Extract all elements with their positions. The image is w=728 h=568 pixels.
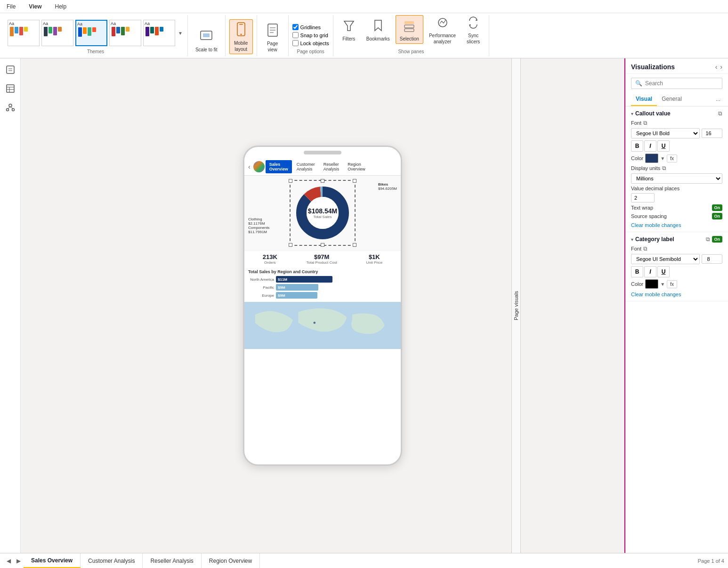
callout-color-swatch[interactable]	[645, 154, 658, 163]
callout-font-size[interactable]	[702, 129, 722, 138]
gridlines-check[interactable]: Gridlines	[292, 24, 329, 30]
tab-visual[interactable]: Visual	[631, 93, 657, 106]
search-input[interactable]	[645, 80, 718, 87]
bottom-tab-reseller[interactable]: Reseller Analysis	[143, 553, 201, 568]
phone-tab-reseller[interactable]: ResellerAnalysis	[320, 160, 343, 173]
display-units-container: Display units ⧉ Millions Thousands Billi…	[631, 165, 722, 184]
mobile-notch	[304, 151, 341, 154]
mobile-label: Mobile	[234, 41, 248, 46]
category-font-row: Segoe UI Semibold Segoe UI Segoe UI Bold	[631, 254, 722, 264]
svg-point-31	[314, 322, 316, 324]
snap-check[interactable]: Snap to grid	[292, 32, 329, 38]
back-icon[interactable]: ‹	[715, 63, 718, 71]
next-page-btn[interactable]: ▶	[14, 556, 24, 566]
mobile-btn[interactable]: Mobile layout	[229, 19, 253, 54]
theme-swatch-1[interactable]: Aa	[8, 20, 40, 46]
donut-container: $108.54M Total Sales Bikes $94.6205M Clo…	[248, 178, 397, 248]
text-wrap-toggle[interactable]: On	[712, 204, 723, 211]
display-copy-icon[interactable]: ⧉	[662, 165, 666, 171]
sidebar-icon-report[interactable]	[3, 62, 18, 77]
show-panes-label: Show panes	[398, 49, 424, 54]
display-units-select[interactable]: Millions Thousands Billions Auto	[631, 173, 722, 184]
theme-swatch-4[interactable]: Aa	[109, 20, 141, 46]
menu-view[interactable]: View	[26, 1, 44, 12]
filters-btn[interactable]: Filters	[337, 16, 361, 43]
themes-more-btn[interactable]: ▼	[177, 31, 184, 36]
callout-underline-btn[interactable]: U	[657, 140, 670, 152]
source-spacing-toggle[interactable]: On	[712, 213, 723, 219]
tab-general[interactable]: General	[657, 93, 687, 106]
menu-file[interactable]: File	[4, 1, 18, 12]
sidebar-icon-model[interactable]	[3, 100, 18, 115]
phone-tab-sales[interactable]: SalesOverview	[266, 160, 292, 173]
menu-bar: File View Help	[0, 0, 728, 13]
themes-group: Aa Aa Aa	[4, 15, 188, 56]
category-label-toggle[interactable]: On	[712, 236, 723, 243]
category-color-dropdown[interactable]: ▼	[660, 282, 665, 287]
callout-bold-btn[interactable]: B	[631, 140, 643, 152]
category-italic-btn[interactable]: I	[644, 266, 656, 277]
svg-rect-10	[404, 21, 414, 24]
font-copy-icon[interactable]: ⧉	[643, 120, 647, 126]
stat-orders-label: Orders	[263, 260, 277, 265]
page-visuals-tab[interactable]: Page visuals	[511, 58, 521, 553]
theme-swatch-2[interactable]: Aa	[41, 20, 73, 46]
category-color-swatch[interactable]	[645, 279, 658, 289]
category-font-select[interactable]: Segoe UI Semibold Segoe UI Segoe UI Bold	[631, 254, 700, 264]
forward-icon[interactable]: ›	[720, 63, 722, 71]
callout-color-dropdown[interactable]: ▼	[660, 156, 665, 161]
copy-format-icon[interactable]: ⧉	[718, 110, 722, 117]
theme-swatch-5[interactable]: Aa	[143, 20, 175, 46]
callout-value-section: ▾ Callout value ⧉ Font ⧉ Segoe UI Bold S…	[625, 106, 728, 232]
performance-btn[interactable]: Performance analyzer	[425, 12, 460, 46]
category-label-header[interactable]: ▾ Category label ⧉ On	[631, 236, 722, 243]
callout-color-row: Color ▼ fx	[631, 154, 722, 163]
donut-value: $108.54M	[308, 207, 337, 215]
callout-clear-mobile-link[interactable]: Clear mobile changes	[631, 222, 722, 228]
theme-swatch-3[interactable]: Aa	[75, 20, 107, 46]
text-wrap-label: Text wrap	[631, 205, 653, 211]
sidebar-icon-table[interactable]	[3, 81, 18, 96]
phone-tab-customer[interactable]: CustomerAnalysis	[293, 160, 319, 173]
viz-tabs-more[interactable]: ...	[714, 93, 722, 106]
phone-back-btn[interactable]: ‹	[246, 162, 252, 171]
scale-btn[interactable]: Scale to fit	[192, 26, 221, 54]
text-wrap-row: Text wrap On	[631, 204, 722, 211]
category-font-size[interactable]	[702, 254, 722, 264]
left-sidebar	[0, 58, 21, 553]
category-fx-btn[interactable]: fx	[667, 280, 677, 288]
sync-slicers-btn[interactable]: Sync slicers	[461, 12, 485, 46]
selection-btn[interactable]: Selection	[396, 15, 423, 44]
decimal-input[interactable]	[631, 193, 655, 203]
search-box[interactable]: 🔍	[631, 78, 722, 89]
category-underline-btn[interactable]: U	[657, 266, 670, 277]
category-copy-icon[interactable]: ⧉	[706, 236, 710, 243]
stat-price-label: Unit Price	[366, 260, 382, 265]
performance-label: Performance	[429, 33, 456, 38]
svg-point-13	[438, 18, 447, 27]
page-view-sub: view	[268, 47, 277, 52]
page-view-btn[interactable]: Page view	[261, 20, 284, 54]
svg-line-25	[10, 107, 13, 109]
category-clear-mobile-link[interactable]: Clear mobile changes	[631, 292, 722, 297]
category-bold-btn[interactable]: B	[631, 266, 643, 277]
map-area	[244, 302, 401, 349]
lock-check[interactable]: Lock objects	[292, 40, 329, 46]
callout-value-header[interactable]: ▾ Callout value ⧉	[631, 110, 722, 117]
category-font-copy-icon[interactable]: ⧉	[643, 245, 647, 252]
donut-chart-area: $108.54M Total Sales Bikes $94.6205M Clo…	[244, 176, 401, 250]
bookmarks-btn[interactable]: Bookmarks	[363, 16, 394, 43]
callout-font-select[interactable]: Segoe UI Bold Segoe UI Segoe UI Semibold	[631, 128, 700, 138]
phone-tab-region[interactable]: RegionOverview	[344, 160, 369, 173]
menu-help[interactable]: Help	[52, 1, 69, 12]
page-options-label: Page options	[297, 49, 324, 54]
prev-page-btn[interactable]: ◀	[4, 556, 14, 566]
callout-italic-btn[interactable]: I	[644, 140, 656, 152]
svg-rect-14	[7, 66, 14, 73]
bottom-tab-sales[interactable]: Sales Overview	[24, 553, 81, 568]
svg-line-24	[8, 107, 10, 109]
callout-fx-btn[interactable]: fx	[667, 154, 677, 162]
bar-na-value: $11M	[278, 277, 287, 282]
bottom-tab-region[interactable]: Region Overview	[202, 553, 260, 568]
bottom-tab-customer[interactable]: Customer Analysis	[81, 553, 143, 568]
